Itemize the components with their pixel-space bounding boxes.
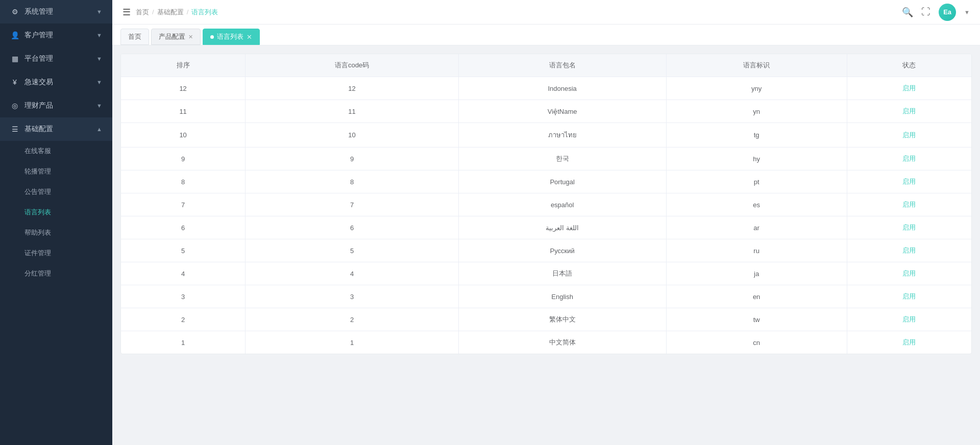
table-row: 8 8 Portugal pt 启用: [121, 170, 971, 193]
cell-status[interactable]: 启用: [847, 262, 971, 285]
table-body: 12 12 Indonesia yny 启用 11 11 ViệtName yn…: [121, 77, 971, 354]
content-area: 排序 语言code码 语言包名 语言标识 状态: [112, 45, 980, 445]
tab-product-config-close[interactable]: ✕: [188, 34, 193, 40]
cell-name: Portugal: [458, 170, 666, 193]
sidebar-item-system[interactable]: ⚙ 系统管理 ▼: [0, 0, 112, 23]
person-icon: 👤: [10, 31, 19, 40]
sidebar-sub-item-language-list[interactable]: 语言列表: [0, 202, 112, 222]
settings-circle-icon: ◎: [10, 101, 19, 110]
book-icon: ☰: [10, 125, 19, 134]
table-row: 12 12 Indonesia yny 启用: [121, 77, 971, 100]
topbar: ☰ 首页 / 基础配置 / 语言列表 🔍 ⛶ Ea ▼: [112, 0, 980, 24]
cell-code: 11: [246, 100, 459, 123]
cell-name: اللغة العربية: [458, 216, 666, 239]
cell-code: 7: [246, 193, 459, 216]
yen-icon: ¥: [10, 78, 19, 87]
cell-status[interactable]: 启用: [847, 239, 971, 262]
sidebar-item-basic-config[interactable]: ☰ 基础配置 ▲: [0, 117, 112, 141]
grid-icon: ▦: [10, 54, 19, 63]
cell-order: 10: [121, 123, 246, 147]
cell-order: 9: [121, 147, 246, 170]
sidebar-item-platform-label: 平台管理: [24, 54, 53, 63]
sidebar-sub-item-online-service[interactable]: 在线客服: [0, 141, 112, 161]
cell-code: 5: [246, 239, 459, 262]
cell-status[interactable]: 启用: [847, 285, 971, 308]
topbar-left: ☰ 首页 / 基础配置 / 语言列表: [122, 7, 218, 18]
cell-status[interactable]: 启用: [847, 77, 971, 100]
cell-name: español: [458, 193, 666, 216]
cell-order: 6: [121, 216, 246, 239]
sidebar-sub-item-announcement[interactable]: 公告管理: [0, 182, 112, 202]
sidebar-item-finance-label: 理财产品: [24, 101, 53, 110]
breadcrumb-config[interactable]: 基础配置: [157, 8, 184, 17]
sidebar-sub-item-split-management[interactable]: 分红管理: [0, 263, 112, 284]
table-row: 11 11 ViệtName yn 启用: [121, 100, 971, 123]
chevron-down-icon: ▼: [96, 56, 102, 62]
cell-tag: yny: [666, 77, 847, 100]
cell-order: 7: [121, 193, 246, 216]
col-tag: 语言标识: [666, 54, 847, 77]
cell-name: Indonesia: [458, 77, 666, 100]
cell-code: 4: [246, 262, 459, 285]
table-row: 3 3 English en 启用: [121, 285, 971, 308]
cell-tag: en: [666, 285, 847, 308]
tabs-bar: 首页 产品配置 ✕ 语言列表 ✕: [112, 24, 980, 45]
sidebar-item-quick-trade[interactable]: ¥ 急速交易 ▼: [0, 70, 112, 94]
avatar-dropdown-icon[interactable]: ▼: [964, 9, 970, 15]
cell-order: 11: [121, 100, 246, 123]
cell-tag: es: [666, 193, 847, 216]
cell-tag: ru: [666, 239, 847, 262]
chevron-down-icon: ▼: [96, 103, 102, 109]
cell-code: 12: [246, 77, 459, 100]
cell-status[interactable]: 启用: [847, 170, 971, 193]
table-row: 6 6 اللغة العربية ar 启用: [121, 216, 971, 239]
menu-toggle-icon[interactable]: ☰: [122, 7, 131, 18]
sidebar-item-customer[interactable]: 👤 客户管理 ▼: [0, 23, 112, 47]
main-area: ☰ 首页 / 基础配置 / 语言列表 🔍 ⛶ Ea ▼ 首页 产品配置 ✕: [112, 0, 980, 445]
tab-product-config[interactable]: 产品配置 ✕: [151, 29, 201, 45]
cell-status[interactable]: 启用: [847, 147, 971, 170]
breadcrumb-home[interactable]: 首页: [136, 8, 149, 17]
chevron-down-icon: ▼: [96, 32, 102, 38]
cell-order: 12: [121, 77, 246, 100]
cell-code: 2: [246, 308, 459, 331]
sidebar-item-finance[interactable]: ◎ 理财产品 ▼: [0, 94, 112, 117]
cell-status[interactable]: 启用: [847, 193, 971, 216]
cell-status[interactable]: 启用: [847, 331, 971, 354]
cell-status[interactable]: 启用: [847, 123, 971, 147]
breadcrumb-current: 语言列表: [191, 8, 218, 17]
tab-language-list[interactable]: 语言列表 ✕: [203, 29, 260, 45]
search-icon[interactable]: 🔍: [902, 7, 913, 18]
cell-status[interactable]: 启用: [847, 216, 971, 239]
chevron-up-icon: ▲: [96, 126, 102, 132]
cell-tag: tg: [666, 123, 847, 147]
table-header-row: 排序 语言code码 语言包名 语言标识 状态: [121, 54, 971, 77]
cell-order: 8: [121, 170, 246, 193]
cell-order: 1: [121, 331, 246, 354]
breadcrumb-sep2: /: [187, 8, 189, 16]
topbar-right: 🔍 ⛶ Ea ▼: [902, 4, 970, 21]
cell-status[interactable]: 启用: [847, 100, 971, 123]
sidebar-item-system-label: 系统管理: [24, 7, 53, 16]
sidebar-sub-item-carousel[interactable]: 轮播管理: [0, 161, 112, 182]
avatar[interactable]: Ea: [939, 4, 956, 21]
cell-code: 9: [246, 147, 459, 170]
fullscreen-icon[interactable]: ⛶: [921, 7, 930, 17]
tab-home[interactable]: 首页: [120, 29, 149, 45]
cell-status[interactable]: 启用: [847, 308, 971, 331]
tab-dot: [210, 35, 214, 39]
cell-tag: tw: [666, 308, 847, 331]
chevron-down-icon: ▼: [96, 79, 102, 85]
sidebar-sub-item-cert-management[interactable]: 证件管理: [0, 243, 112, 263]
chevron-down-icon: ▼: [96, 9, 102, 15]
cell-name: ViệtName: [458, 100, 666, 123]
cell-name: 中文简体: [458, 331, 666, 354]
tab-language-list-close[interactable]: ✕: [247, 33, 252, 41]
col-status: 状态: [847, 54, 971, 77]
sidebar-sub-item-help-list[interactable]: 帮助列表: [0, 222, 112, 243]
sidebar-item-platform[interactable]: ▦ 平台管理 ▼: [0, 47, 112, 70]
sidebar: ⚙ 系统管理 ▼ 👤 客户管理 ▼ ▦ 平台管理 ▼ ¥ 急速交易 ▼ ◎ 理财…: [0, 0, 112, 445]
cell-tag: ja: [666, 262, 847, 285]
cell-code: 10: [246, 123, 459, 147]
language-table: 排序 语言code码 语言包名 语言标识 状态: [121, 54, 971, 354]
